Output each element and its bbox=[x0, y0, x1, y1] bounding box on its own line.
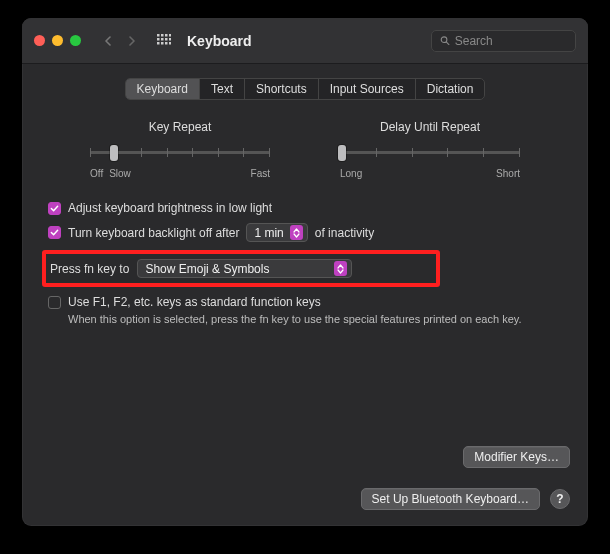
show-all-button[interactable] bbox=[153, 31, 175, 51]
key-repeat-group: Key Repeat Off Slow Fast bbox=[90, 120, 270, 179]
backlight-post-label: of inactivity bbox=[315, 226, 374, 240]
backlight-row: Turn keyboard backlight off after 1 min … bbox=[48, 223, 562, 242]
footer: Set Up Bluetooth Keyboard… ? bbox=[361, 488, 570, 510]
delay-long-label: Long bbox=[340, 168, 362, 179]
svg-line-13 bbox=[446, 42, 448, 44]
tab-shortcuts[interactable]: Shortcuts bbox=[245, 79, 319, 99]
delay-group: Delay Until Repeat Long Short bbox=[340, 120, 520, 179]
svg-rect-3 bbox=[169, 34, 171, 37]
key-repeat-fast-label: Fast bbox=[251, 168, 270, 179]
backlight-checkbox[interactable] bbox=[48, 226, 61, 239]
backlight-pre-label: Turn keyboard backlight off after bbox=[68, 226, 239, 240]
fkeys-label: Use F1, F2, etc. keys as standard functi… bbox=[68, 295, 321, 309]
key-repeat-slider[interactable] bbox=[90, 142, 270, 164]
svg-rect-6 bbox=[165, 38, 168, 41]
popup-stepper-icon bbox=[334, 261, 347, 276]
svg-rect-5 bbox=[161, 38, 164, 41]
key-repeat-knob[interactable] bbox=[110, 145, 118, 161]
svg-rect-7 bbox=[169, 38, 171, 41]
backlight-duration-popup[interactable]: 1 min bbox=[246, 223, 307, 242]
tab-keyboard[interactable]: Keyboard bbox=[126, 79, 200, 99]
modifier-keys-area: Modifier Keys… bbox=[463, 446, 570, 468]
delay-short-label: Short bbox=[496, 168, 520, 179]
tab-text[interactable]: Text bbox=[200, 79, 245, 99]
backlight-duration-value: 1 min bbox=[254, 226, 283, 240]
modifier-keys-button[interactable]: Modifier Keys… bbox=[463, 446, 570, 468]
fkeys-note: When this option is selected, press the … bbox=[68, 312, 538, 327]
window-title: Keyboard bbox=[187, 33, 252, 49]
search-input[interactable] bbox=[455, 34, 567, 48]
brightness-row: Adjust keyboard brightness in low light bbox=[48, 201, 562, 215]
svg-rect-1 bbox=[161, 34, 164, 37]
minimize-button[interactable] bbox=[52, 35, 63, 46]
tab-input-sources[interactable]: Input Sources bbox=[319, 79, 416, 99]
close-button[interactable] bbox=[34, 35, 45, 46]
svg-rect-9 bbox=[161, 42, 164, 45]
bluetooth-keyboard-button[interactable]: Set Up Bluetooth Keyboard… bbox=[361, 488, 540, 510]
tab-bar: Keyboard Text Shortcuts Input Sources Di… bbox=[125, 78, 486, 100]
titlebar: Keyboard bbox=[22, 18, 588, 64]
delay-knob[interactable] bbox=[338, 145, 346, 161]
fn-key-action-popup[interactable]: Show Emoji & Symbols bbox=[137, 259, 352, 278]
key-repeat-off-label: Off bbox=[90, 168, 103, 179]
svg-rect-2 bbox=[165, 34, 168, 37]
delay-title: Delay Until Repeat bbox=[340, 120, 520, 134]
tab-dictation[interactable]: Dictation bbox=[416, 79, 485, 99]
back-button[interactable] bbox=[97, 31, 119, 51]
brightness-checkbox[interactable] bbox=[48, 202, 61, 215]
svg-rect-11 bbox=[169, 42, 171, 45]
zoom-button[interactable] bbox=[70, 35, 81, 46]
key-repeat-slow-label: Slow bbox=[109, 168, 131, 179]
svg-rect-10 bbox=[165, 42, 168, 45]
delay-slider[interactable] bbox=[340, 142, 520, 164]
svg-rect-4 bbox=[157, 38, 160, 41]
fkeys-row: Use F1, F2, etc. keys as standard functi… bbox=[48, 295, 562, 309]
search-icon bbox=[440, 35, 450, 46]
popup-stepper-icon bbox=[290, 225, 303, 240]
svg-rect-0 bbox=[157, 34, 160, 37]
options-area: Adjust keyboard brightness in low light … bbox=[48, 201, 562, 327]
tabs-row: Keyboard Text Shortcuts Input Sources Di… bbox=[22, 78, 588, 100]
key-repeat-title: Key Repeat bbox=[90, 120, 270, 134]
svg-point-12 bbox=[441, 37, 447, 43]
fkeys-checkbox[interactable] bbox=[48, 296, 61, 309]
fn-key-pre-label: Press fn key to bbox=[50, 262, 129, 276]
nav-buttons bbox=[97, 31, 143, 51]
keyboard-prefs-window: Keyboard Keyboard Text Shortcuts Input S… bbox=[22, 18, 588, 526]
svg-rect-8 bbox=[157, 42, 160, 45]
sliders-row: Key Repeat Off Slow Fast Delay Until Rep… bbox=[22, 120, 588, 179]
fn-key-action-value: Show Emoji & Symbols bbox=[145, 262, 269, 276]
forward-button[interactable] bbox=[121, 31, 143, 51]
fn-key-row-highlight: Press fn key to Show Emoji & Symbols bbox=[42, 250, 440, 287]
help-button[interactable]: ? bbox=[550, 489, 570, 509]
brightness-label: Adjust keyboard brightness in low light bbox=[68, 201, 272, 215]
traffic-lights bbox=[34, 35, 81, 46]
search-field[interactable] bbox=[431, 30, 576, 52]
